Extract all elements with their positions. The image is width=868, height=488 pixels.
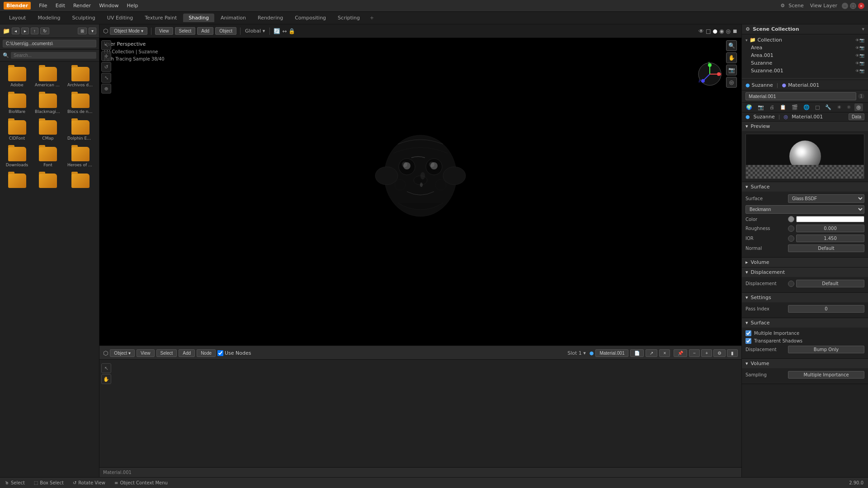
viewport-shading-render[interactable]: ◎ bbox=[726, 28, 731, 34]
fb-filter-button[interactable]: ▾ bbox=[89, 28, 96, 34]
tab-shading[interactable]: Shading bbox=[183, 14, 214, 22]
fb-refresh-button[interactable]: ↻ bbox=[40, 28, 49, 34]
volume-bottom-header[interactable]: ▾ Volume bbox=[742, 359, 868, 368]
node-material-new[interactable]: 📄 bbox=[630, 349, 644, 357]
viewport-zoom-in[interactable]: 🔍 bbox=[726, 40, 737, 51]
viewport-shading-mat[interactable]: ◉ bbox=[719, 28, 724, 34]
maximize-button[interactable]: □ bbox=[850, 3, 856, 9]
folder-font[interactable]: Font bbox=[33, 145, 63, 169]
prop-tab-scene[interactable]: 🌍 bbox=[744, 103, 755, 111]
app-logo[interactable]: Blender bbox=[4, 2, 31, 9]
viewport-gizmo[interactable]: X Y Z bbox=[696, 61, 723, 88]
folder-heroes[interactable]: Heroes of the ... bbox=[66, 145, 95, 169]
prop-tab-output[interactable]: 🖨 bbox=[767, 103, 777, 111]
ior-prop-value[interactable]: 1.450 bbox=[796, 235, 864, 242]
node-zoom-out[interactable]: + bbox=[701, 349, 712, 357]
pass-index-value[interactable]: 0 bbox=[788, 305, 864, 313]
viewport-3d[interactable]: ⬡ Object Mode ▾ View Select Add Object G… bbox=[99, 24, 741, 346]
viewport-add-button[interactable]: Add bbox=[197, 27, 213, 35]
folder-empty-1[interactable] bbox=[4, 172, 30, 191]
transform-tool-icon[interactable]: ⊕ bbox=[101, 84, 111, 94]
tab-sculpting[interactable]: Sculpting bbox=[66, 14, 100, 22]
folder-empty-3[interactable] bbox=[66, 172, 95, 191]
add-workspace-button[interactable]: + bbox=[366, 14, 377, 22]
tab-rendering[interactable]: Rendering bbox=[252, 14, 288, 22]
tab-uv-editing[interactable]: UV Editing bbox=[102, 14, 138, 22]
fb-up-button[interactable]: ↑ bbox=[31, 28, 38, 34]
node-material-close[interactable]: × bbox=[659, 349, 670, 357]
displacement-section-header[interactable]: ▾ Displacement bbox=[742, 267, 868, 277]
folder-archivos[interactable]: Archivos de O... bbox=[66, 65, 95, 89]
surface-section-header[interactable]: ▾ Surface bbox=[742, 182, 868, 192]
use-nodes-label[interactable]: Use Nodes bbox=[217, 350, 251, 356]
material-name-input[interactable] bbox=[745, 92, 856, 100]
transparent-shadows-checkbox[interactable] bbox=[745, 338, 751, 344]
settings-section-header[interactable]: ▾ Settings bbox=[742, 293, 868, 302]
node-add-button[interactable]: Add bbox=[179, 349, 195, 357]
suzanne-render[interactable]: 📷 bbox=[859, 61, 864, 66]
tab-animation[interactable]: Animation bbox=[215, 14, 251, 22]
viewport-overlay-button[interactable]: 👁 bbox=[698, 28, 704, 34]
object-area-001[interactable]: Area.001 👁 📷 bbox=[744, 52, 866, 59]
viewport-shading-solid[interactable]: ● bbox=[713, 28, 717, 34]
suzanne-001-visibility[interactable]: 👁 bbox=[855, 69, 859, 73]
color-picker-swatch[interactable] bbox=[796, 216, 864, 222]
mat-material-btn[interactable]: Material.001 bbox=[792, 114, 823, 120]
path-input[interactable]: C:\Users\jg...ocuments\ bbox=[3, 40, 96, 47]
viewport-object-button[interactable]: Object bbox=[215, 27, 236, 35]
roughness-prop-value[interactable]: 0.000 bbox=[796, 225, 864, 232]
prop-tab-particles[interactable]: ✳ bbox=[835, 103, 843, 111]
folder-adobe[interactable]: Adobe bbox=[4, 65, 30, 89]
node-zoom-in[interactable]: − bbox=[689, 349, 700, 357]
viewport-select-button[interactable]: Select bbox=[175, 27, 196, 35]
search-input[interactable] bbox=[11, 52, 96, 59]
volume-section-header[interactable]: ▸ Volume bbox=[742, 258, 868, 267]
tab-texture-paint[interactable]: Texture Paint bbox=[139, 14, 182, 22]
minimize-button[interactable]: − bbox=[842, 3, 848, 9]
ne-select-tool[interactable]: ↖ bbox=[101, 363, 111, 373]
folder-cmap[interactable]: CMap bbox=[33, 118, 63, 142]
node-view-button[interactable]: View bbox=[137, 349, 155, 357]
multiple-importance-checkbox[interactable] bbox=[745, 330, 751, 336]
fb-back-button[interactable]: ◂ bbox=[12, 28, 19, 34]
close-button[interactable]: × bbox=[858, 3, 864, 9]
material-preview-box[interactable] bbox=[745, 134, 864, 179]
surface-type-select[interactable]: Glass BSDF Principled BSDF Diffuse BSDF bbox=[788, 194, 864, 203]
folder-empty-2[interactable] bbox=[33, 172, 63, 191]
prop-tab-scene2[interactable]: 🎬 bbox=[789, 103, 800, 111]
area-visibility[interactable]: 👁 bbox=[855, 46, 859, 50]
tab-modeling[interactable]: Modeling bbox=[32, 14, 66, 22]
node-pin-button[interactable]: 📌 bbox=[674, 349, 687, 357]
area-001-visibility[interactable]: 👁 bbox=[855, 53, 859, 58]
tab-compositing[interactable]: Compositing bbox=[289, 14, 331, 22]
folder-american-tru[interactable]: American Tru... bbox=[33, 65, 63, 89]
ne-pan-tool[interactable]: ✋ bbox=[101, 374, 111, 384]
displacement-prop-value[interactable]: Default bbox=[796, 280, 864, 287]
prop-tab-material[interactable]: ◎ bbox=[854, 103, 863, 111]
tab-scripting[interactable]: Scripting bbox=[332, 14, 365, 22]
sampling-value[interactable]: Multiple Importance bbox=[788, 371, 864, 379]
move-tool-icon[interactable]: ✛ bbox=[101, 51, 111, 61]
surface-settings-header[interactable]: ▾ Surface bbox=[742, 318, 868, 328]
use-nodes-checkbox[interactable] bbox=[217, 350, 223, 356]
collection-visibility[interactable]: 👁 bbox=[855, 38, 859, 42]
menu-edit[interactable]: Edit bbox=[52, 2, 69, 9]
viewport-render-stop[interactable]: ⏹ bbox=[732, 28, 738, 34]
object-suzanne[interactable]: Suzanne 👁 📷 bbox=[744, 59, 866, 67]
node-settings[interactable]: ⚙ bbox=[713, 349, 726, 357]
fb-view-toggle[interactable]: ⊞ bbox=[78, 28, 87, 34]
scale-tool-icon[interactable]: ⤡ bbox=[101, 73, 111, 83]
viewport-pan[interactable]: ✋ bbox=[726, 52, 737, 63]
node-editor-content[interactable]: ▾ Glass BSDF BSDF Beckmann GGX Sharp bbox=[99, 360, 741, 467]
prop-tab-modifier[interactable]: 🔧 bbox=[823, 103, 834, 111]
node-node-button[interactable]: Node bbox=[197, 349, 216, 357]
collection-root[interactable]: ▾ 📁 Collection 👁 📷 bbox=[744, 36, 866, 44]
distribution-select-prop[interactable]: Beckmann GGX bbox=[745, 205, 864, 214]
folder-cidfont[interactable]: CIDFont bbox=[4, 118, 30, 142]
viewport-camera[interactable]: 📷 bbox=[726, 65, 737, 75]
folder-bioware[interactable]: BioWare bbox=[4, 92, 30, 116]
fb-forward-button[interactable]: ▸ bbox=[21, 28, 29, 34]
node-material-copy[interactable]: ↗ bbox=[646, 349, 657, 357]
select-tool-icon[interactable]: ↖ bbox=[101, 40, 111, 50]
menu-render[interactable]: Render bbox=[70, 2, 94, 9]
